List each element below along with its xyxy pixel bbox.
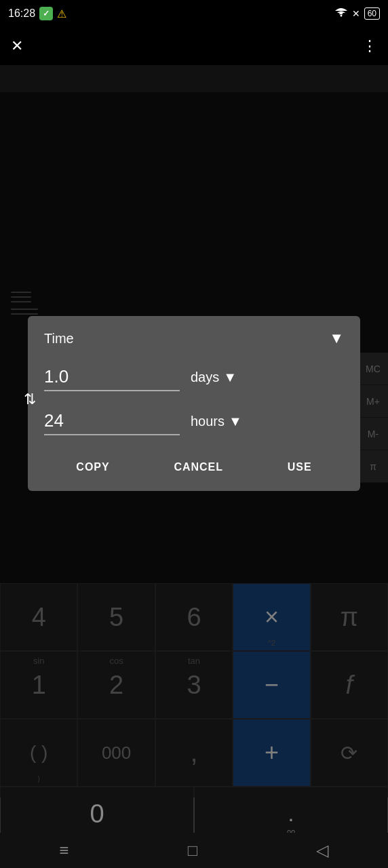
app-background: MC M+ M- π 4 5 6 × ^2 π: [0, 27, 388, 833]
nav-bar: ≡ □ ◁: [0, 833, 388, 868]
notification-icon: ✓: [39, 7, 53, 20]
dialog-title-dropdown[interactable]: ▼: [329, 330, 344, 347]
copy-button[interactable]: COPY: [62, 454, 123, 480]
unit-dropdown-2[interactable]: ▼: [229, 414, 242, 429]
use-button[interactable]: USE: [274, 454, 326, 480]
nav-back-button[interactable]: ◁: [316, 841, 328, 860]
close-button[interactable]: ✕: [11, 37, 23, 55]
warning-icon: ⚠: [57, 7, 66, 20]
dialog-buttons: COPY CANCEL USE: [44, 449, 344, 483]
nav-menu-button[interactable]: ≡: [60, 841, 69, 860]
battery-indicator: 60: [364, 7, 380, 20]
status-right: ✕ 60: [334, 7, 380, 20]
conversion-rows: ⇅ days ▼: [44, 363, 344, 435]
input-row-2: hours ▼: [44, 408, 344, 435]
status-bar: 16:28 ✓ ⚠ ✕ 60: [0, 0, 388, 27]
dialog-overlay: Time ▼ ⇅ days ▼: [0, 92, 388, 797]
swap-icon[interactable]: ⇅: [24, 391, 36, 408]
wifi-icon: [334, 8, 348, 20]
x-status-icon: ✕: [352, 8, 360, 19]
more-options-button[interactable]: ⋮: [362, 37, 377, 55]
dialog-title: Time: [44, 331, 74, 347]
unit-dropdown-1[interactable]: ▼: [223, 370, 237, 385]
value-input-2[interactable]: [44, 408, 180, 435]
time-converter-dialog: Time ▼ ⇅ days ▼: [28, 316, 360, 491]
dialog-title-row: Time ▼: [44, 330, 344, 347]
unit-label-2: hours: [191, 414, 225, 429]
value-input-1[interactable]: [44, 363, 180, 391]
input-group-2: hours ▼: [44, 408, 344, 435]
nav-home-button[interactable]: □: [188, 841, 198, 860]
status-left: 16:28 ✓ ⚠: [8, 7, 66, 20]
unit-selector-2[interactable]: hours ▼: [191, 414, 258, 429]
cancel-button[interactable]: CANCEL: [160, 454, 237, 480]
unit-label-1: days: [191, 370, 219, 385]
input-row-1: days ▼: [44, 363, 344, 391]
app-bar: ✕ ⋮: [0, 27, 388, 65]
status-time: 16:28: [8, 7, 35, 20]
input-group-1: days ▼: [44, 363, 344, 391]
unit-selector-1[interactable]: days ▼: [191, 370, 258, 385]
